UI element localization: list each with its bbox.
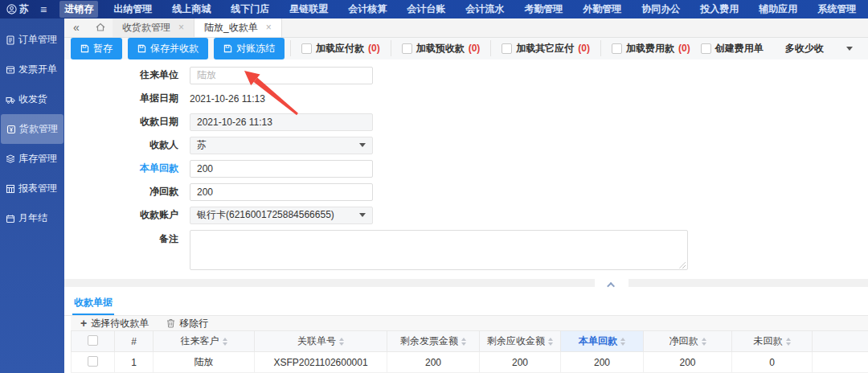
topbar-item[interactable]: 辅助应用	[754, 1, 802, 18]
sort-icon[interactable]	[620, 338, 625, 346]
receiving-account-select[interactable]: 银行卡(6216001725884566655)	[190, 207, 373, 224]
topbar-item[interactable]: 会计台账	[402, 1, 450, 18]
home-tab[interactable]	[88, 18, 113, 37]
chevron-down-icon	[359, 143, 366, 147]
tab-receipt-management[interactable]: 收货款管理 ×	[113, 18, 194, 37]
topbar-item-jinxiaocun[interactable]: 进销存	[59, 1, 98, 18]
net-payment-input[interactable]	[190, 183, 373, 201]
collapse-sidebar-icon[interactable]: «	[64, 18, 88, 37]
inventory-icon	[6, 154, 15, 164]
action-label: 选择待收款单	[91, 317, 149, 330]
sidebar-item-shipping[interactable]: 收发货	[0, 84, 64, 114]
invoice-icon	[6, 65, 15, 75]
save-icon	[80, 44, 89, 53]
col-header-net-payment[interactable]: 净回款	[644, 331, 732, 352]
sidebar-item-label: 报表管理	[18, 182, 57, 195]
save-icon	[223, 44, 232, 53]
sidebar-item-payments[interactable]: 货款管理	[1, 114, 63, 144]
reconcile-freeze-button[interactable]: 对账冻结	[214, 38, 285, 59]
sort-icon[interactable]	[461, 338, 466, 346]
over-under-receipt-select[interactable]: 多收少收	[785, 42, 853, 55]
header-label: 未回款	[754, 335, 783, 346]
count-badge: (0)	[578, 43, 590, 54]
header-label: 本单回款	[579, 335, 617, 346]
checkbox-label: 创建费用单	[715, 42, 764, 55]
sidebar-item-inventory[interactable]: 库存管理	[0, 144, 64, 174]
topbar-item[interactable]: 出纳管理	[108, 1, 157, 18]
field-label: 收款账户	[64, 208, 190, 222]
topbar-item[interactable]: 会计流水	[461, 1, 509, 18]
button-label: 对账冻结	[236, 42, 275, 55]
current-payment-input[interactable]	[190, 160, 373, 178]
sidebar-item-reports[interactable]: 报表管理	[0, 174, 64, 203]
count-badge: (0)	[368, 43, 380, 54]
receipt-form: 往来单位 单据日期 2021-10-26 11:13 收款日期 收款人 苏	[64, 59, 868, 279]
sort-icon[interactable]	[786, 338, 791, 346]
tab-lufang-receipt[interactable]: 陆放_收款单 ×	[194, 18, 282, 37]
row-current-payment[interactable]: 200	[561, 352, 644, 373]
col-header-remaining-invoice[interactable]: 剩余发票金额	[387, 331, 480, 352]
sidebar-item-invoicing[interactable]: 发票开单	[0, 55, 64, 84]
payee-select[interactable]: 苏	[190, 137, 373, 154]
row-checkbox[interactable]	[88, 356, 98, 367]
select-all-checkbox[interactable]	[88, 335, 98, 346]
col-header-doc-no[interactable]: 关联单号	[255, 331, 387, 352]
sidebar-item-closing[interactable]: 月年结	[0, 203, 64, 233]
close-icon[interactable]: ×	[266, 22, 272, 33]
tab-receipt-documents[interactable]: 收款单据	[72, 291, 114, 315]
create-expense-doc-checkbox[interactable]	[701, 43, 711, 54]
close-icon[interactable]: ×	[178, 22, 184, 33]
temp-save-button[interactable]: 暂存	[71, 38, 122, 59]
report-icon	[6, 184, 15, 194]
sidebar-item-label: 库存管理	[18, 152, 57, 166]
header-label: 净回款	[669, 335, 698, 346]
tab-label: 收货款管理	[122, 21, 170, 35]
user-name: 苏	[19, 2, 29, 16]
sidebar-item-label: 发票开单	[18, 63, 57, 76]
topbar-item[interactable]: 外勤管理	[578, 1, 626, 18]
load-payables-checkbox[interactable]	[301, 43, 312, 54]
save-and-collect-button[interactable]: 保存并收款	[128, 38, 208, 59]
col-header-unpaid[interactable]: 未回款	[732, 331, 813, 352]
form-row-current-payment: 本单回款	[64, 160, 868, 178]
sort-icon[interactable]	[548, 338, 553, 346]
collapse-form-button[interactable]	[595, 279, 628, 291]
select-pending-receipts-button[interactable]: + 选择待收款单	[80, 317, 149, 330]
counterparty-input[interactable]	[190, 67, 373, 84]
row-index[interactable]: 1	[115, 352, 154, 373]
load-expenses-checkbox[interactable]	[612, 43, 622, 54]
load-other-payables-checkbox[interactable]	[502, 43, 512, 54]
col-header-remaining-receivable[interactable]: 剩余应收金额	[480, 331, 561, 352]
sidebar-item-orders[interactable]: 订单管理	[0, 25, 64, 55]
col-header-customer[interactable]: 往来客户	[154, 331, 255, 352]
hamburger-menu-icon[interactable]: ≡	[40, 3, 47, 16]
sidebar-item-label: 收发货	[18, 92, 47, 106]
sort-icon[interactable]	[339, 338, 344, 346]
topbar-item[interactable]: 会计核算	[343, 1, 391, 18]
topbar-item[interactable]: 系统管理	[813, 1, 861, 18]
sort-icon[interactable]	[223, 338, 227, 346]
topbar-item[interactable]: 线上商城	[167, 1, 215, 18]
row-remaining-receivable: 200	[480, 352, 561, 373]
user-menu[interactable]: 苏	[6, 2, 29, 16]
calendar-icon	[6, 214, 15, 223]
checkbox-label: 加载预收款	[416, 42, 465, 55]
topbar-item[interactable]: 协同办公	[637, 1, 685, 18]
shipping-icon	[6, 95, 15, 105]
row-net-payment: 200	[644, 352, 732, 373]
form-row-receiving-account: 收款账户 银行卡(6216001725884566655)	[64, 207, 868, 224]
sort-icon[interactable]	[702, 338, 706, 346]
remark-textarea[interactable]	[190, 230, 688, 270]
row-customer: 陆放	[154, 352, 255, 373]
col-header-index[interactable]: #	[115, 331, 154, 352]
topbar-item[interactable]: 线下门店	[226, 1, 274, 18]
topbar-item[interactable]: 投入费用	[695, 1, 743, 18]
count-badge: (0)	[678, 43, 690, 54]
remove-row-button[interactable]: 移除行	[166, 317, 208, 330]
load-prereceipts-checkbox[interactable]	[402, 43, 412, 54]
receipt-date-input[interactable]	[190, 113, 373, 131]
col-header-current-payment[interactable]: 本单回款	[561, 331, 644, 352]
row-doc-no-link[interactable]: XSFP2021102600001	[255, 352, 387, 373]
topbar-item[interactable]: 考勤管理	[519, 1, 567, 18]
topbar-item[interactable]: 星链联盟	[285, 1, 333, 18]
